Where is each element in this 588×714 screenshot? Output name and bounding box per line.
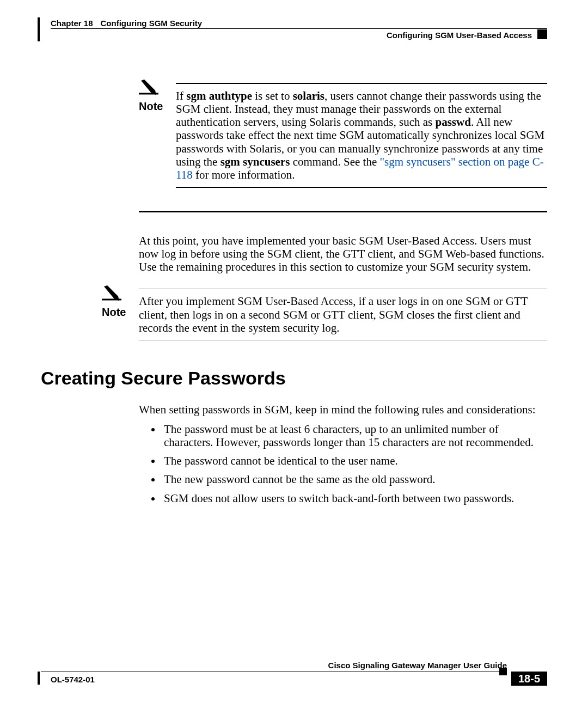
chapter-title: Configuring SGM Security (101, 19, 203, 28)
list-item: The password cannot be identical to the … (162, 454, 547, 467)
cmd-passwd: passwd (436, 115, 471, 129)
rules-list: The password must be at least 6 characte… (139, 423, 547, 505)
footer-rule (41, 672, 507, 672)
heading-creating-secure-passwords: Creating Secure Passwords (41, 368, 547, 389)
cmd-sgm-authtype: sgm authtype (186, 89, 252, 102)
list-item: The password must be at least 6 characte… (162, 423, 547, 449)
pencil-icon (139, 80, 158, 96)
t: is set to (252, 89, 293, 102)
note-block-1: Note If sgm authtype is set to solaris, … (139, 83, 547, 188)
page-footer: Cisco Signaling Gateway Manager User Gui… (41, 672, 547, 693)
paragraph-intro-rules: When setting passwords in SGM, keep in m… (139, 403, 547, 416)
note-body-1: If sgm authtype is set to solaris, users… (176, 89, 547, 181)
cmd-sgm-syncusers: sgm syncusers (220, 155, 290, 168)
footer-left-bar (38, 672, 40, 685)
note-rule-top (139, 289, 547, 289)
note-rule-top (176, 83, 547, 84)
content: Note If sgm authtype is set to solaris, … (41, 83, 547, 505)
pencil-icon (102, 285, 121, 304)
header-left-bar (38, 17, 40, 41)
chapter-label: Chapter 18 (51, 19, 93, 28)
section-divider (139, 211, 547, 212)
doc-id: OL-5742-01 (51, 675, 95, 684)
cmd-solaris: solaris (293, 89, 324, 102)
note-block-2: Note After you implement SGM User-Based … (102, 289, 547, 340)
header-underline (51, 28, 547, 29)
section-title: Configuring SGM User-Based Access (387, 30, 532, 40)
list-item: SGM does not allow users to switch back-… (162, 492, 547, 505)
svg-marker-3 (104, 285, 119, 301)
t: for more information. (193, 168, 295, 181)
note-label: Note (102, 306, 126, 319)
chapter-line: Chapter 18Configuring SGM Security (51, 19, 202, 28)
page: Chapter 18Configuring SGM Security Confi… (0, 0, 588, 714)
note-rule-bottom (139, 340, 547, 340)
t: command. See the (290, 155, 379, 168)
header-corner-box (537, 29, 547, 39)
note-rule-bottom (176, 187, 547, 188)
paragraph-summary: At this point, you have implemented your… (139, 234, 547, 273)
svg-marker-1 (141, 80, 156, 95)
page-header: Chapter 18Configuring SGM Security Confi… (41, 17, 547, 41)
list-item: The new password cannot be the same as t… (162, 473, 547, 486)
page-number: 18-5 (511, 672, 547, 686)
t: If (176, 89, 186, 102)
book-title: Cisco Signaling Gateway Manager User Gui… (328, 661, 507, 670)
note-body-2: After you implement SGM User-Based Acces… (139, 295, 547, 334)
note-label: Note (139, 100, 163, 113)
